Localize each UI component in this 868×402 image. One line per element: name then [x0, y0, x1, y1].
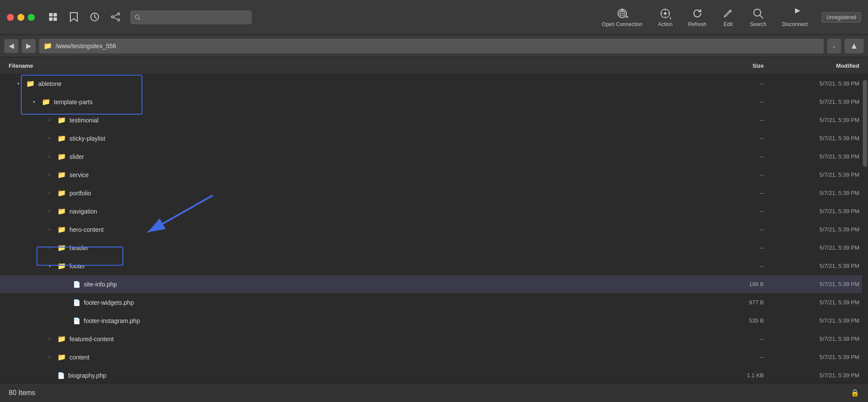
- history-icon-button[interactable]: [85, 5, 104, 30]
- minimize-button[interactable]: [17, 14, 24, 21]
- bookmark-icon-button[interactable]: [64, 5, 83, 30]
- file-size-cell: --: [720, 80, 772, 87]
- title-bar: Open Connection Action: [0, 0, 868, 35]
- file-size-cell: --: [720, 117, 772, 123]
- forward-button[interactable]: ▶: [22, 39, 36, 53]
- chevron-icon[interactable]: [49, 245, 54, 250]
- file-name-label: service: [69, 171, 89, 178]
- action-button[interactable]: Action: [655, 6, 676, 29]
- scrollbar-thumb[interactable]: [863, 80, 867, 167]
- file-modified-cell: 5/7/21, 5:39 PM: [772, 336, 859, 342]
- chevron-icon[interactable]: [49, 154, 54, 159]
- table-row[interactable]: 📁content--5/7/21, 5:39 PM: [0, 348, 868, 366]
- file-name-cell: 📁featured-content: [9, 335, 720, 343]
- svg-marker-32: [795, 8, 800, 13]
- chevron-icon[interactable]: [17, 81, 23, 86]
- file-modified-cell: 5/7/21, 5:39 PM: [772, 208, 859, 214]
- filename-column-header[interactable]: Filename: [9, 63, 720, 69]
- file-icon: 📄: [73, 281, 80, 288]
- table-row[interactable]: 📁sticky-playlist--5/7/21, 5:39 PM: [0, 129, 868, 148]
- file-name-label: slider: [69, 153, 84, 160]
- window-controls: [7, 14, 35, 21]
- file-name-cell: 📁sticky-playlist: [9, 134, 720, 142]
- share-icon-button[interactable]: [106, 5, 125, 30]
- chevron-icon[interactable]: [49, 227, 54, 232]
- file-modified-cell: 5/7/21, 5:39 PM: [772, 354, 859, 360]
- grid-icon-button[interactable]: [43, 5, 63, 30]
- chevron-icon[interactable]: [49, 191, 54, 195]
- file-name-cell: 📁navigation: [9, 207, 720, 215]
- chevron-icon[interactable]: [33, 99, 38, 104]
- table-row[interactable]: 📁abletone--5/7/21, 5:39 PM: [0, 75, 868, 93]
- folder-icon: 📁: [57, 244, 66, 252]
- table-row[interactable]: 📄footer-instagram.php535 B5/7/21, 5:39 P…: [0, 312, 868, 330]
- folder-icon: 📁: [57, 134, 66, 142]
- chevron-icon[interactable]: [49, 118, 54, 122]
- table-row[interactable]: 📁testimonial--5/7/21, 5:39 PM: [0, 111, 868, 129]
- file-size-cell: 1.1 KB: [720, 372, 772, 379]
- folder-icon: 📁: [42, 98, 50, 106]
- table-row[interactable]: 📁slider--5/7/21, 5:39 PM: [0, 148, 868, 166]
- table-row[interactable]: 📁footer--5/7/21, 5:39 PM: [0, 257, 868, 275]
- modified-column-header[interactable]: Modified: [772, 63, 859, 69]
- chevron-icon[interactable]: [49, 336, 54, 341]
- open-connection-button[interactable]: Open Connection: [598, 6, 646, 29]
- search-button[interactable]: Search: [746, 6, 770, 29]
- chevron-icon[interactable]: [49, 172, 54, 177]
- path-folder-icon: 📁: [43, 42, 52, 50]
- upload-button[interactable]: ▲: [845, 39, 864, 53]
- folder-icon: 📁: [57, 335, 66, 343]
- file-size-cell: --: [720, 135, 772, 142]
- path-input[interactable]: 📁 /www/testingsitex_556: [39, 39, 824, 53]
- chevron-icon[interactable]: [49, 355, 54, 359]
- table-row[interactable]: 📁portfolio--5/7/21, 5:39 PM: [0, 184, 868, 202]
- file-name-cell: 📁header: [9, 244, 720, 252]
- file-size-cell: --: [720, 190, 772, 196]
- file-modified-cell: 5/7/21, 5:39 PM: [772, 299, 859, 306]
- disconnect-button[interactable]: Disconnect: [779, 6, 811, 29]
- file-size-cell: --: [720, 99, 772, 105]
- column-headers: Filename Size Modified: [0, 57, 868, 75]
- table-row[interactable]: 📄footer-widgets.php977 B5/7/21, 5:39 PM: [0, 293, 868, 312]
- file-modified-cell: 5/7/21, 5:39 PM: [772, 190, 859, 196]
- folder-icon: 📁: [57, 152, 66, 161]
- edit-button[interactable]: Edit: [719, 6, 738, 29]
- table-row[interactable]: 📄biography.php1.1 KB5/7/21, 5:39 PM: [0, 366, 868, 383]
- size-column-header[interactable]: Size: [720, 63, 772, 69]
- table-row[interactable]: 📁navigation--5/7/21, 5:39 PM: [0, 202, 868, 221]
- chevron-icon[interactable]: [49, 264, 54, 268]
- file-modified-cell: 5/7/21, 5:39 PM: [772, 117, 859, 123]
- file-size-cell: --: [720, 336, 772, 342]
- path-dropdown-button[interactable]: ⌄: [827, 39, 841, 53]
- svg-point-6: [118, 19, 120, 21]
- file-size-cell: --: [720, 226, 772, 233]
- folder-icon: 📁: [57, 353, 66, 361]
- file-name-label: header: [69, 244, 89, 251]
- table-row[interactable]: 📄site-info.php198 B5/7/21, 5:39 PM: [0, 275, 868, 293]
- file-name-cell: 📁content: [9, 353, 720, 361]
- file-modified-cell: 5/7/21, 5:39 PM: [772, 244, 859, 251]
- file-modified-cell: 5/7/21, 5:39 PM: [772, 99, 859, 105]
- table-row[interactable]: 📁hero-content--5/7/21, 5:39 PM: [0, 221, 868, 239]
- table-row[interactable]: 📁header--5/7/21, 5:39 PM: [0, 239, 868, 257]
- table-row[interactable]: 📁service--5/7/21, 5:39 PM: [0, 166, 868, 184]
- scrollbar[interactable]: [862, 75, 868, 383]
- back-button[interactable]: ◀: [4, 39, 18, 53]
- file-name-label: template-parts: [54, 99, 92, 105]
- svg-line-9: [113, 17, 117, 20]
- file-name-cell: 📁hero-content: [9, 225, 720, 234]
- file-name-label: footer-instagram.php: [84, 317, 140, 324]
- quick-search-bar[interactable]: [130, 10, 252, 24]
- folder-icon: 📁: [57, 207, 66, 215]
- chevron-icon[interactable]: [49, 209, 54, 214]
- toolbar-icons: [43, 5, 125, 30]
- maximize-button[interactable]: [28, 14, 35, 21]
- svg-rect-1: [53, 13, 57, 16]
- table-row[interactable]: 📁featured-content--5/7/21, 5:39 PM: [0, 330, 868, 348]
- close-button[interactable]: [7, 14, 14, 21]
- refresh-button[interactable]: Refresh: [685, 6, 710, 29]
- table-row[interactable]: 📁template-parts--5/7/21, 5:39 PM: [0, 93, 868, 111]
- chevron-icon[interactable]: [49, 136, 54, 141]
- svg-line-11: [139, 18, 141, 20]
- file-modified-cell: 5/7/21, 5:39 PM: [772, 372, 859, 379]
